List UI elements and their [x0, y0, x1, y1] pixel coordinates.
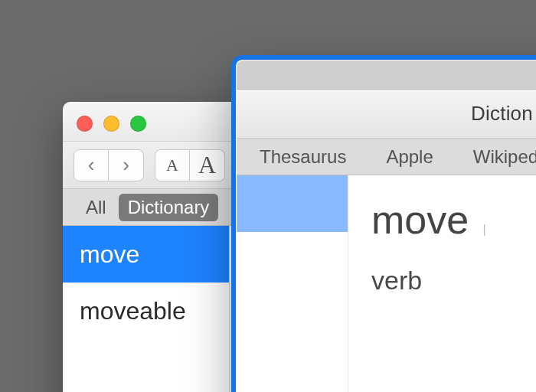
scope-dictionary[interactable]: Dictionary	[119, 194, 219, 221]
back-button[interactable]: ‹	[74, 149, 109, 181]
front-titlebar	[237, 60, 536, 90]
close-icon[interactable]	[77, 116, 93, 132]
results-sidebar: move moveable	[63, 226, 230, 392]
traffic-lights	[77, 116, 146, 132]
font-large-icon: A	[198, 151, 216, 179]
dictionary-window-front: Diction Thesaurus Apple Wikipedia move |…	[231, 55, 536, 392]
front-inner: Diction Thesaurus Apple Wikipedia move |…	[237, 60, 536, 392]
front-content-split: move | verb	[237, 175, 536, 392]
zoom-icon[interactable]	[130, 116, 146, 132]
font-smaller-button[interactable]: A	[155, 149, 190, 181]
front-scope-bar: Thesaurus Apple Wikipedia	[237, 139, 536, 175]
list-item[interactable]: move	[63, 226, 229, 283]
part-of-speech: verb	[371, 266, 536, 296]
list-item[interactable]	[237, 175, 348, 232]
front-toolbar: Diction	[237, 90, 536, 139]
pipe-separator: |	[483, 223, 486, 236]
window-title: Diction	[471, 102, 533, 126]
scope-apple[interactable]: Apple	[377, 143, 442, 171]
font-size-segment: A A	[155, 149, 225, 181]
headword-row: move |	[371, 197, 536, 243]
minimize-icon[interactable]	[103, 116, 119, 132]
font-larger-button[interactable]: A	[190, 149, 225, 181]
list-item[interactable]: moveable	[63, 283, 229, 339]
scope-thesaurus[interactable]: Thesaurus	[250, 143, 355, 171]
forward-button[interactable]: ›	[109, 149, 144, 181]
front-results-sidebar	[237, 175, 348, 392]
chevron-left-icon: ‹	[88, 153, 95, 177]
chevron-right-icon: ›	[123, 153, 129, 177]
headword: move	[371, 198, 469, 242]
scope-wikipedia[interactable]: Wikipedia	[464, 143, 536, 171]
scope-all[interactable]: All	[77, 194, 116, 221]
font-small-icon: A	[166, 155, 178, 175]
front-definition-pane: move | verb	[348, 175, 536, 392]
nav-segment: ‹ ›	[74, 149, 144, 181]
